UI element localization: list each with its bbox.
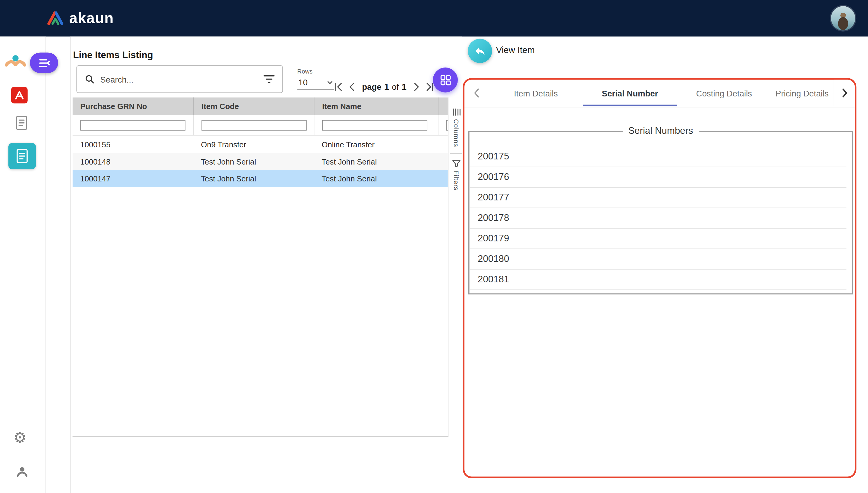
tab-label: Serial Number [602, 88, 658, 98]
akaun-triangle-icon [46, 10, 64, 26]
top-navbar: akaun [0, 0, 868, 37]
serial-number-row: 200176 [470, 167, 847, 188]
total-pages: 1 [402, 82, 406, 92]
serial-number-row: 200178 [470, 208, 847, 229]
tabs-scroll-right-button[interactable] [834, 80, 855, 106]
active-document-icon [15, 148, 29, 164]
column-header-item-code: Item Code [193, 97, 314, 115]
table-tools-strip: Columns Filters [449, 97, 463, 190]
tab-label: Item Details [514, 88, 558, 98]
table-header-row: Purchase GRN No Item Code Item Name [73, 97, 448, 115]
rows-per-page-control: Rows 10 [297, 68, 334, 90]
next-page-button[interactable] [410, 80, 423, 94]
of-word: of [392, 82, 399, 91]
tab-bar: Item Details Serial Number Costing Detai… [464, 80, 855, 107]
funnel-icon [452, 160, 460, 167]
detail-title: View Item [496, 45, 535, 56]
tab[interactable]: Pricing Details [771, 80, 834, 106]
serial-number: 200181 [478, 274, 509, 285]
serial-number: 200178 [478, 212, 509, 223]
pagination: page 1 of 1 [331, 79, 437, 95]
hands-support-icon[interactable] [4, 51, 26, 73]
cell-item-code: Test John Serial [193, 174, 314, 183]
tabs: Item Details Serial Number Costing Detai… [489, 80, 834, 106]
rows-per-page-select[interactable]: 10 [297, 75, 334, 90]
cell-purchase-grn-no: 1000155 [73, 140, 193, 149]
rows-label: Rows [297, 68, 334, 75]
column-header-purchase-grn-no: Purchase GRN No [73, 97, 193, 115]
user-avatar[interactable] [831, 6, 855, 30]
view-item-card: Item Details Serial Number Costing Detai… [463, 78, 856, 478]
document-list-icon[interactable] [15, 115, 28, 130]
serial-number-row: 200177 [470, 188, 847, 208]
cell-purchase-grn-no: 1000147 [73, 174, 193, 183]
cell-item-name: Online Transfer [314, 140, 438, 149]
page-indicator: page 1 of 1 [362, 82, 407, 92]
tab-label: Pricing Details [776, 88, 828, 98]
page-title: Line Items Listing [73, 50, 153, 61]
pdf-icon[interactable] [11, 87, 28, 103]
columns-icon [452, 108, 460, 116]
sidebar-expand-button[interactable] [30, 52, 58, 73]
akaun-logo: akaun [46, 0, 114, 37]
filter-input-overflow[interactable] [446, 120, 448, 130]
cell-item-name: Test John Serial [314, 157, 438, 166]
serial-numbers-legend: Serial Numbers [623, 126, 699, 137]
prev-page-button[interactable] [345, 80, 359, 94]
grid-icon [439, 74, 451, 86]
current-page: 1 [384, 82, 389, 92]
filter-list-icon[interactable] [263, 75, 275, 83]
gear-icon[interactable]: ⚙ [13, 431, 26, 446]
serial-numbers-list: 200175 200176 200177 200178 200179 20018… [470, 132, 852, 290]
first-page-button[interactable] [331, 80, 345, 94]
column-header-item-name: Item Name [314, 97, 438, 115]
serial-number-row: 200179 [470, 229, 847, 249]
left-sidebar: ⚙ [0, 37, 46, 493]
cell-purchase-grn-no: 1000148 [73, 157, 193, 166]
table-row[interactable]: 1000147 Test John Serial Test John Seria… [73, 170, 448, 187]
filters-toggle[interactable]: Filters [452, 160, 460, 190]
page-word: page [362, 82, 381, 91]
filter-input-item-name[interactable] [322, 120, 427, 130]
tab[interactable]: Costing Details [677, 80, 771, 106]
columns-label: Columns [452, 119, 460, 147]
serial-number: 200175 [478, 151, 509, 162]
tabs-scroll-left-button[interactable] [470, 80, 483, 106]
table-row[interactable]: 1000155 On9 Transfer Online Transfer [73, 135, 448, 153]
strip-divider [450, 153, 462, 154]
table-row[interactable]: 1000148 Test John Serial Test John Seria… [73, 153, 448, 170]
serial-number: 200179 [478, 233, 509, 244]
reply-arrow-icon [474, 45, 486, 57]
filter-input-purchase-grn-no[interactable] [80, 120, 186, 130]
serial-number: 200180 [478, 253, 509, 264]
filter-input-item-code[interactable] [202, 120, 307, 130]
cell-item-name: Test John Serial [314, 174, 438, 183]
table-filter-row [73, 115, 448, 135]
search-box [76, 65, 283, 93]
column-header-overflow [438, 97, 448, 115]
rows-value: 10 [298, 78, 308, 87]
serial-numbers-fieldset: Serial Numbers 200175 200176 200177 2001… [468, 131, 853, 295]
tab[interactable]: Serial Number [583, 80, 677, 106]
tab-label: Costing Details [696, 88, 752, 98]
grid-view-button[interactable] [433, 67, 458, 92]
menu-open-icon [37, 56, 51, 69]
line-items-table: Purchase GRN No Item Code Item Name 1000… [73, 97, 449, 437]
serial-number-row: 200181 [470, 270, 847, 290]
tab[interactable]: Item Details [489, 80, 583, 106]
sidebar-item-line-items[interactable] [8, 143, 36, 169]
account-icon[interactable] [15, 465, 29, 478]
line-items-listing-panel: Line Items Listing Rows 10 [70, 37, 462, 493]
logo-text: akaun [69, 9, 114, 27]
back-button[interactable] [468, 39, 492, 63]
serial-number: 200176 [478, 171, 509, 183]
search-input[interactable] [99, 74, 259, 84]
columns-toggle[interactable]: Columns [452, 108, 460, 147]
serial-number: 200177 [478, 192, 509, 203]
serial-number-row: 200180 [470, 249, 847, 270]
table-body: 1000155 On9 Transfer Online Transfer 100… [73, 135, 448, 187]
serial-number-row: 200175 [470, 147, 847, 167]
app-window: akaun [0, 0, 868, 493]
search-icon [85, 74, 95, 84]
view-item-panel: View Item Item Details Serial Number Cos… [462, 37, 868, 493]
